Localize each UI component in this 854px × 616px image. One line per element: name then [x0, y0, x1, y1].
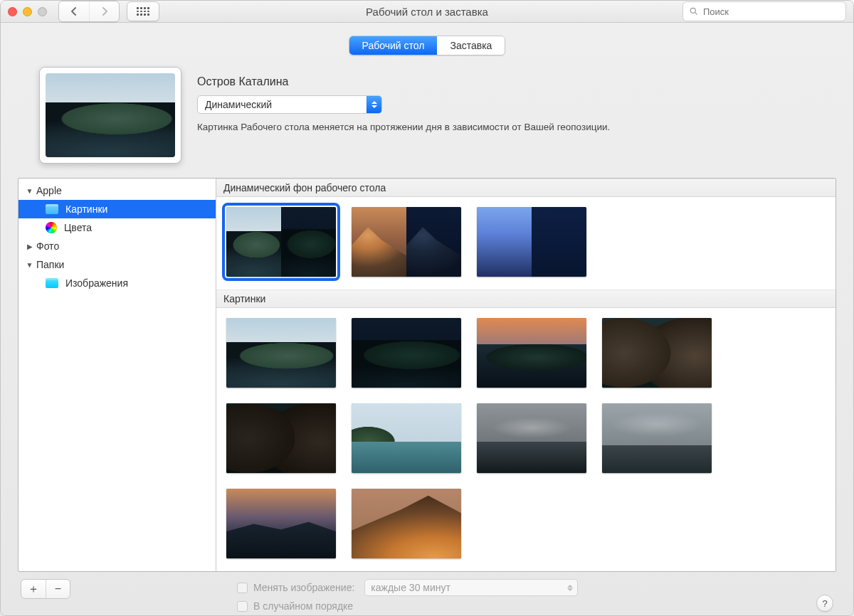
interval-value: каждые 30 минут	[371, 582, 450, 593]
show-all-button[interactable]	[127, 1, 159, 21]
tree-label: Папки	[36, 259, 64, 270]
disclosure-triangle-icon: ▶	[26, 243, 33, 250]
thumb-clouds[interactable]	[602, 403, 712, 473]
preferences-window: Рабочий стол и заставка Рабочий стол Зас…	[0, 0, 854, 616]
thumb-catalina-rock[interactable]	[602, 318, 712, 388]
thumb-catalina-night[interactable]	[352, 318, 461, 388]
search-icon	[689, 6, 699, 16]
remove-folder-button[interactable]: −	[46, 580, 70, 598]
checkbox-random-order[interactable]	[237, 601, 248, 612]
chevron-up-down-icon	[367, 96, 381, 113]
change-image-label: Менять изображение:	[253, 582, 354, 593]
search-input[interactable]	[703, 6, 840, 17]
tabs: Рабочий стол Заставка	[18, 36, 836, 55]
grid-icon	[137, 7, 149, 16]
tabbar: Рабочий стол Заставка	[349, 36, 506, 55]
tree-label: Картинки	[65, 203, 107, 215]
svg-line-1	[695, 12, 697, 14]
thumb-gradient-dynamic[interactable]	[477, 207, 586, 277]
forward-button[interactable]	[89, 1, 119, 21]
footer: ＋ − Менять изображение: каждые 30 минут …	[18, 572, 836, 612]
section-header-dynamic: Динамический фон рабочего стола	[216, 179, 835, 197]
chevron-up-down-icon	[567, 585, 573, 591]
tree-item-colors[interactable]: Цвета	[19, 218, 216, 237]
source-tree: ▼ Apple Картинки Цвета ▶ Фото	[19, 179, 216, 295]
tree-label: Изображения	[65, 277, 128, 289]
wallpaper-name: Остров Каталина	[197, 75, 815, 88]
thumb-catalina-sunset[interactable]	[477, 318, 586, 388]
traffic-lights	[8, 7, 47, 16]
close-icon[interactable]	[8, 7, 17, 16]
search-field[interactable]	[682, 1, 846, 21]
add-folder-button[interactable]: ＋	[21, 580, 46, 598]
svg-point-0	[690, 8, 695, 13]
tab-screensaver[interactable]: Заставка	[437, 36, 505, 55]
change-image-option: Менять изображение: каждые 30 минут	[237, 579, 578, 596]
tree-item-pictures[interactable]: Картинки	[19, 200, 216, 218]
current-wallpaper-preview	[39, 67, 181, 164]
tree-item-images[interactable]: Изображения	[19, 274, 216, 292]
wallpaper-description: Картинка Рабочего стола меняется на прот…	[197, 121, 766, 134]
back-button[interactable]	[59, 1, 89, 21]
thumb-mojave-day[interactable]	[352, 489, 461, 558]
thumb-catalina-day[interactable]	[226, 318, 336, 388]
random-order-option: В случайном порядке	[237, 600, 578, 612]
thumb-storm-sea[interactable]	[477, 403, 586, 473]
pictures-grid	[216, 308, 835, 571]
disclosure-triangle-icon: ▼	[26, 187, 33, 195]
nav-back-forward	[58, 1, 120, 22]
tree-item-photos[interactable]: ▶ Фото	[19, 237, 216, 255]
color-wheel-icon	[46, 222, 57, 233]
wallpaper-mode-value: Динамический	[205, 99, 272, 110]
thumb-mojave-dynamic[interactable]	[352, 207, 461, 277]
tree-item-apple[interactable]: ▼ Apple	[19, 181, 216, 200]
thumb-catalina-dynamic[interactable]	[226, 207, 336, 277]
section-header-pictures: Картинки	[216, 290, 835, 308]
wallpaper-mode-select[interactable]: Динамический	[197, 95, 382, 114]
disclosure-triangle-icon: ▼	[26, 261, 33, 269]
tree-item-folders[interactable]: ▼ Папки	[19, 255, 216, 274]
titlebar: Рабочий стол и заставка	[1, 1, 853, 23]
help-button[interactable]: ?	[816, 595, 833, 612]
options: Менять изображение: каждые 30 минут В сл…	[237, 579, 578, 612]
dynamic-grid	[216, 197, 835, 290]
thumb-coast[interactable]	[352, 403, 461, 473]
folder-icon	[46, 278, 58, 288]
tab-desktop[interactable]: Рабочий стол	[349, 36, 438, 55]
checkbox-change-image[interactable]	[237, 583, 248, 593]
add-remove-buttons: ＋ −	[21, 579, 70, 599]
tree-label: Цвета	[64, 222, 92, 233]
content: Рабочий стол Заставка Остров Каталина Ди…	[1, 23, 853, 616]
folder-icon	[46, 204, 58, 214]
thumb-catalina-rock-dark[interactable]	[226, 403, 336, 473]
thumb-mountain-dusk[interactable]	[226, 489, 336, 558]
wallpaper-preview-row: Остров Каталина Динамический Картинка Ра…	[39, 67, 815, 164]
wallpaper-thumbnail	[46, 73, 175, 157]
tree-label: Фото	[36, 240, 59, 252]
zoom-icon	[38, 7, 47, 16]
wallpaper-browser: ▼ Apple Картинки Цвета ▶ Фото	[18, 178, 836, 572]
tree-label: Apple	[36, 185, 62, 196]
interval-select[interactable]: каждые 30 минут	[364, 579, 578, 596]
random-order-label: В случайном порядке	[253, 600, 353, 612]
wallpaper-info: Остров Каталина Динамический Картинка Ра…	[197, 67, 815, 164]
source-sidebar: ▼ Apple Картинки Цвета ▶ Фото	[19, 179, 216, 571]
thumbnail-gallery: Динамический фон рабочего стола Картинки	[216, 179, 835, 571]
minimize-icon[interactable]	[23, 7, 32, 16]
